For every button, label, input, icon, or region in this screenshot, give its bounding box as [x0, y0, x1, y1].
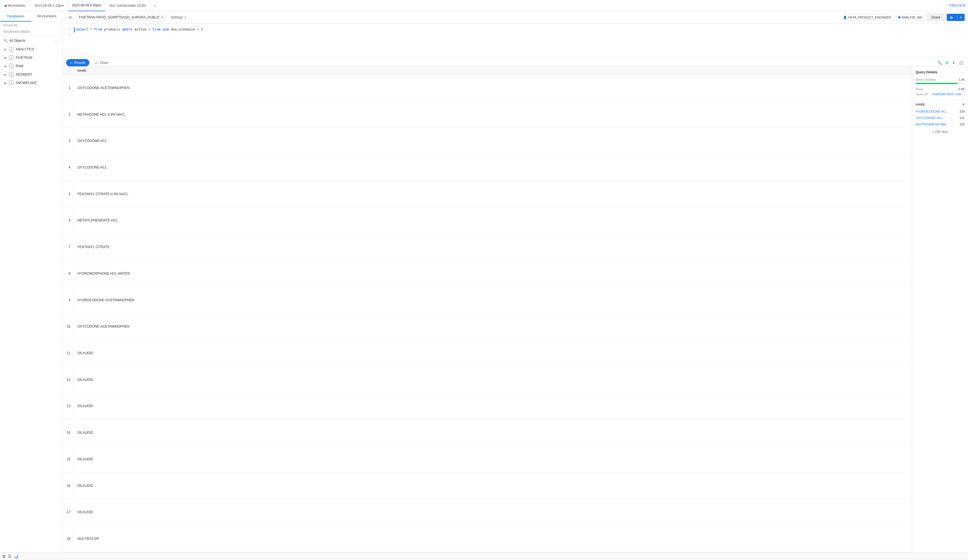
grid-icon[interactable]: ⊞ [2, 554, 6, 558]
row-number: 13 [63, 393, 74, 419]
database-list: ▶ ⊞ ANALYTICS ▶ ⊞ FIVETRAN ▶ ⊞ RAW ▶ ⊞ S… [0, 45, 63, 552]
sidebar-worksheets-label: Worksheets [37, 14, 56, 18]
sidebar: Databases Worksheets Pinned (0) No pinne… [0, 11, 63, 552]
content-area: ⇄ FIVETRAN.PROD_SCRIPTDASH_AURORA_PUBLIC… [63, 11, 968, 552]
name-column-header[interactable]: NAME [74, 67, 912, 75]
settings-button[interactable]: Settings ▼ [168, 14, 189, 20]
query-details-title: Query Details [916, 70, 937, 74]
table-row: 4 OXYCODONE HCL [63, 154, 912, 181]
chevron-left-icon: ◀ [4, 3, 7, 8]
qd-name-row[interactable]: OXYCODONE HCL 131 [916, 115, 965, 121]
code-content-2 [74, 33, 968, 38]
results-tab-results[interactable]: ↩ Results [66, 59, 90, 66]
sidebar-item-raw[interactable]: ▶ ⊞ RAW [0, 62, 63, 70]
all-objects-button[interactable]: 🔍 All Objects [3, 39, 25, 43]
share-button[interactable]: Share [927, 13, 945, 21]
warehouse-status-dot [898, 16, 900, 18]
qd-name-col-label: NAME [916, 103, 925, 106]
row-number: 8 [63, 260, 74, 287]
back-button[interactable]: ◀ Worksheets [2, 3, 27, 9]
chevron-down-icon: ▼ [184, 16, 187, 19]
row-number: 7 [63, 234, 74, 260]
tab-1[interactable]: 2023-06-06 1:18pm [30, 0, 68, 11]
tab-2-label: 2023-06-09 6:09pm [72, 3, 101, 7]
user-label: OKTA_PRODUCT_ENGINEER [848, 16, 891, 19]
row-name: HYDROCODONE-ACETAMINOPHEN [74, 287, 912, 313]
sort-icon[interactable]: A [962, 103, 965, 106]
qd-name-text: HYDROCODONE-ACETAMINO... [916, 110, 949, 113]
qd-name-count: 131 [960, 116, 965, 119]
columns-view-button[interactable]: ⊟ [944, 60, 950, 66]
table-row: 2 METHADONE HCL-0.9% NACL [63, 101, 912, 128]
download-button[interactable]: ⬇ [951, 60, 956, 66]
row-number: 18 [63, 525, 74, 552]
qd-more-link[interactable]: + 136 more [916, 128, 965, 133]
sidebar-item-fivetran[interactable]: ▶ ⊞ FIVETRAN [0, 53, 63, 62]
tabs-area: 2023-06-06 1:18pm 2023-06-09 6:09pm Non … [30, 0, 948, 11]
query-details-more-button[interactable]: ··· [961, 70, 965, 75]
expand-button[interactable]: ⬜ [958, 60, 965, 66]
results-table: NAME 1 OXYCODONE-ACETAMINOPHEN 2 METHADO… [63, 67, 912, 552]
row-name: DILAUDID [74, 446, 912, 473]
row-name: DILAUDID [74, 366, 912, 393]
qd-name-row[interactable]: DEXTROAMPHETAMINE-AMP... 125 [916, 121, 965, 128]
table-row: 14 DILAUDID [63, 419, 912, 446]
query-details-header: Query Details ··· [916, 70, 965, 75]
all-objects-more-button[interactable]: ··· [53, 38, 59, 43]
user-badge[interactable]: 👤 OKTA_PRODUCT_ENGINEER [840, 14, 893, 21]
sidebar-tab-databases[interactable]: Databases [0, 11, 31, 22]
rows-row: Rows 2.5K [916, 87, 965, 91]
table-row: 12 DILAUDID [63, 366, 912, 393]
bottom-bar: ⊞ ☰ 📊 [0, 552, 968, 560]
row-number: 5 [63, 181, 74, 207]
qd-col-header: NAME A [916, 103, 965, 106]
warehouse-badge[interactable]: ANALYZE_WH [896, 14, 925, 20]
row-name: OXYCODONE HCL [74, 128, 912, 154]
pinned-section-label: Pinned (0) [0, 22, 63, 28]
table-row: 16 DILAUDID [63, 472, 912, 499]
row-name: METHADONE HCL-0.9% NACL [74, 101, 912, 128]
top-bar-left: ◀ Worksheets [2, 3, 30, 9]
add-tab-button[interactable]: + [150, 0, 159, 11]
user-icon: 👤 [843, 16, 847, 19]
table-row: 3 OXYCODONE HCL [63, 128, 912, 154]
row-number: 4 [63, 154, 74, 181]
code-editor[interactable]: 1 select * from products where active = … [63, 24, 968, 57]
chevron-right-icon: ▶ [5, 81, 7, 84]
sidebar-item-segment[interactable]: ▶ ⊞ SEGMENT [0, 70, 63, 79]
sidebar-item-snowflake[interactable]: ▶ ⊞ SNOWFLAKE [0, 79, 63, 87]
run-main-button[interactable]: ▶ [947, 14, 957, 21]
database-icon: ⊞ [9, 64, 13, 68]
duration-value: 1.9s [959, 78, 965, 81]
table-row: 17 DILAUDID [63, 499, 912, 525]
code-line-2: 2 [63, 33, 968, 38]
search-results-button[interactable]: 🔍 [936, 60, 943, 66]
results-main: NAME 1 OXYCODONE-ACETAMINOPHEN 2 METHADO… [63, 67, 968, 552]
database-icon: ⊞ [9, 81, 13, 85]
database-selector[interactable]: FIVETRAN.PROD_SCRIPTDASH_AURORA_PUBLIC ▼ [76, 14, 166, 21]
row-name: FENTANYL CITRATE-0.9% NACL [74, 181, 912, 207]
table-icon[interactable]: ☰ [8, 554, 12, 558]
tab-2[interactable]: 2023-06-09 6:09pm [68, 0, 106, 11]
row-name: DILAUDID [74, 393, 912, 419]
row-number: 9 [63, 287, 74, 313]
chevron-right-icon: ▶ [5, 73, 7, 76]
main-layout: Databases Worksheets Pinned (0) No pinne… [0, 11, 968, 552]
run-button[interactable]: ▶ ▼ [947, 14, 965, 21]
preview-button[interactable]: PREVIEW [949, 3, 966, 8]
row-name: DILAUDID [74, 419, 912, 446]
sidebar-item-analytics[interactable]: ▶ ⊞ ANALYTICS [0, 45, 63, 53]
row-name: METHYLPHENIDATE HCL [74, 207, 912, 234]
results-tab-chart[interactable]: 📈 Chart [91, 59, 112, 66]
row-number: 14 [63, 419, 74, 446]
row-number: 17 [63, 499, 74, 525]
qd-name-row[interactable]: HYDROCODONE-ACETAMINO... 228 [916, 108, 965, 115]
row-number: 1 [63, 75, 74, 101]
run-dropdown-button[interactable]: ▼ [957, 14, 965, 21]
tab-3[interactable]: Non Substitutable GCNs [106, 0, 151, 11]
sidebar-tab-worksheets[interactable]: Worksheets [31, 11, 63, 22]
filter-button[interactable]: ⇄ [66, 13, 74, 21]
chart-bottom-icon[interactable]: 📊 [14, 554, 18, 558]
table-row: 6 METHYLPHENIDATE HCL [63, 207, 912, 234]
query-id-value[interactable]: 01ad02db-0603-7cdd-... [932, 93, 965, 96]
